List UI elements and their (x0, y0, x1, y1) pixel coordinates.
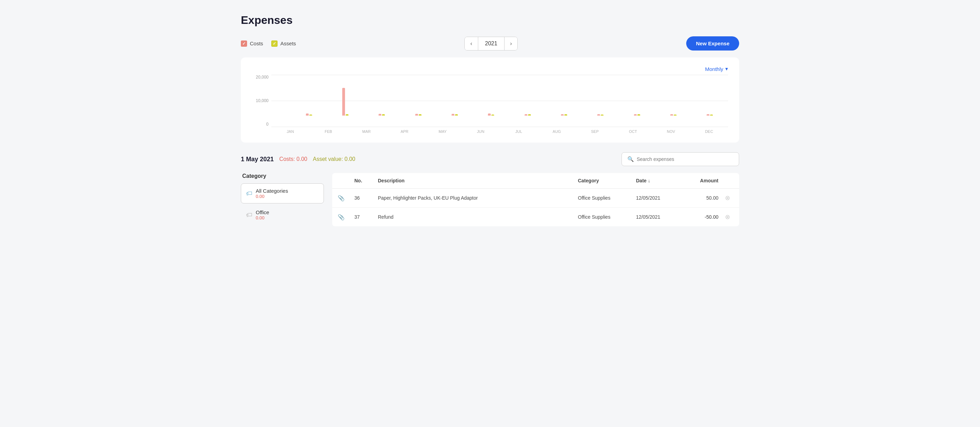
month-label-dec: DEC (690, 127, 728, 137)
category-all-amount: 0.00 (256, 194, 288, 199)
monthly-dropdown[interactable]: Monthly ▾ (705, 66, 728, 72)
asset-bar (382, 114, 385, 116)
assets-legend[interactable]: ✓ Assets (271, 40, 296, 47)
asset-bar (528, 114, 531, 116)
asset-bar (637, 114, 640, 116)
year-display: 2021 (478, 37, 505, 50)
th-category: Category (578, 178, 633, 183)
asset-bar (455, 114, 458, 116)
chevron-down-icon: ▾ (725, 66, 728, 72)
month-bar-jan (291, 75, 327, 116)
months-row: JANFEBMARAPRMAYJUNJULAUGSEPOCTNOVDEC (271, 127, 728, 137)
table-header: No. Description Category Date ↓ Amount (332, 173, 739, 189)
row2-amount: -50.00 (684, 214, 718, 220)
top-controls: ✓ Costs ✓ Assets ‹ 2021 › New Expense (241, 36, 739, 51)
table-row: 📎 37 Refund Office Supplies 12/05/2021 -… (332, 208, 739, 226)
chart-y-labels: 20,000 10,000 0 (252, 75, 271, 127)
row1-delete-button[interactable]: ⊗ (721, 194, 733, 202)
next-year-button[interactable]: › (504, 37, 517, 50)
search-box[interactable]: 🔍 (622, 152, 739, 166)
sort-icon: ↓ (648, 178, 650, 183)
row2-date: 12/05/2021 (636, 214, 681, 220)
cost-bar (561, 114, 564, 116)
row1-attach: 📎 (338, 195, 352, 201)
costs-label: Costs (250, 40, 263, 46)
monthly-label: Monthly (705, 66, 723, 72)
asset-bar (346, 114, 348, 116)
asset-bar (601, 115, 603, 116)
main-container: Expenses ✓ Costs ✓ Assets ‹ 2021 › New E… (213, 0, 767, 240)
category-all-name: All Categories (256, 188, 288, 194)
year-nav: ‹ 2021 › (465, 37, 518, 51)
costs-checkbox[interactable]: ✓ (241, 40, 247, 47)
chart-area: Monthly ▾ 20,000 10,000 0 JANFEBMARAPRMA… (241, 57, 739, 143)
cost-bar (597, 114, 600, 116)
row1-date: 12/05/2021 (636, 195, 681, 201)
costs-legend[interactable]: ✓ Costs (241, 40, 263, 47)
month-bar-may (436, 75, 473, 116)
category-panel-title: Category (241, 173, 324, 179)
month-label-jun: JUN (461, 127, 500, 137)
month-bar-apr (400, 75, 436, 116)
cost-bar (670, 114, 673, 116)
assets-checkbox[interactable]: ✓ (271, 40, 278, 47)
search-icon: 🔍 (627, 156, 634, 162)
asset-bar (419, 114, 422, 116)
cost-bar (379, 114, 381, 116)
cost-bar (306, 113, 309, 116)
prev-year-button[interactable]: ‹ (465, 37, 477, 50)
row2-delete-button[interactable]: ⊗ (721, 213, 733, 221)
cost-bar (488, 113, 491, 116)
th-date[interactable]: Date ↓ (636, 178, 681, 183)
th-no: No. (354, 178, 375, 183)
month-label-mar: MAR (347, 127, 385, 137)
cost-bar (342, 88, 345, 116)
month-label-nov: NOV (652, 127, 690, 137)
month-bar-mar (364, 75, 400, 116)
month-bar-jun (473, 75, 509, 116)
month-bar-oct (619, 75, 655, 116)
cost-bar (525, 114, 527, 116)
tag-icon: 🏷 (246, 190, 252, 197)
assets-label: Assets (280, 40, 296, 46)
chart-header: Monthly ▾ (252, 66, 728, 72)
chart-wrapper: 20,000 10,000 0 JANFEBMARAPRMAYJUNJULAUG… (252, 75, 728, 137)
new-expense-button[interactable]: New Expense (686, 36, 739, 51)
th-description: Description (378, 178, 575, 183)
month-bar-nov (655, 75, 691, 116)
date-summary: 1 May 2021 Costs: 0.00 Asset value: 0.00 (241, 156, 355, 163)
chart-plot (271, 75, 728, 127)
month-bar-dec (692, 75, 728, 116)
category-office-name: Office (256, 209, 269, 215)
page-title: Expenses (241, 14, 739, 27)
search-input[interactable] (637, 156, 733, 162)
cost-bar (415, 114, 418, 116)
row1-category: Office Supplies (578, 195, 633, 201)
row1-amount: 50.00 (684, 195, 718, 201)
row1-description: Paper, Highlighter Packs, UK-EU Plug Ada… (378, 195, 575, 201)
office-tag-icon: 🏷 (246, 212, 252, 219)
asset-bar (492, 115, 494, 116)
y-label-0: 0 (266, 122, 269, 127)
section-row: 1 May 2021 Costs: 0.00 Asset value: 0.00… (241, 152, 739, 166)
row2-description: Refund (378, 214, 575, 220)
month-label-sep: SEP (576, 127, 614, 137)
table-row: 📎 36 Paper, Highlighter Packs, UK-EU Plu… (332, 189, 739, 208)
cost-bar (452, 114, 454, 116)
cost-bar (634, 114, 637, 116)
month-label-jan: JAN (271, 127, 309, 137)
asset-bar (674, 115, 676, 116)
month-label-jul: JUL (500, 127, 538, 137)
legend-group: ✓ Costs ✓ Assets (241, 40, 296, 47)
category-all[interactable]: 🏷 All Categories 0.00 (241, 183, 324, 204)
paperclip-icon: 📎 (338, 195, 345, 201)
row2-attach: 📎 (338, 214, 352, 220)
month-bar-sep (582, 75, 619, 116)
month-label-aug: AUG (538, 127, 576, 137)
category-office-info: Office 0.00 (256, 209, 269, 220)
th-attach (338, 178, 352, 183)
category-office[interactable]: 🏷 Office 0.00 (241, 205, 324, 225)
category-panel: Category 🏷 All Categories 0.00 🏷 Office … (241, 173, 324, 226)
month-bar-feb (327, 75, 363, 116)
th-delete (721, 178, 733, 183)
